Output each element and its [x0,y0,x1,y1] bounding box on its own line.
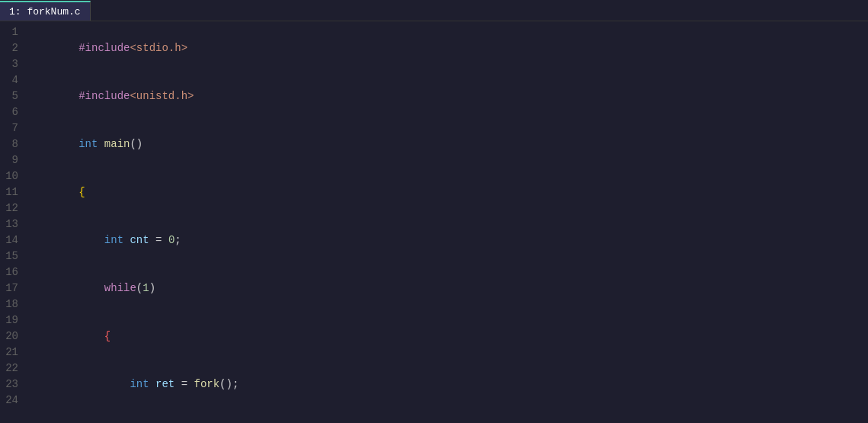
line-num-23: 23 [3,377,18,393]
code-line-4: { [24,168,868,216]
var-ret: ret [155,378,175,390]
header-stdio: <stdio.h> [130,42,187,54]
line-num-24: 24 [3,393,18,409]
line-num-12: 12 [3,200,18,216]
num-1-6: 1 [143,282,149,294]
line-num-16: 16 [3,264,18,280]
main-name: main [104,138,130,150]
line-num-11: 11 [3,184,18,200]
file-tab[interactable]: 1: forkNum.c [0,1,91,21]
include-keyword-1: #include [78,42,130,54]
line-num-22: 22 [3,361,18,377]
code-line-5: int cnt = 0; [24,216,868,264]
code-content[interactable]: #include<stdio.h> #include<unistd.h> int… [24,21,868,423]
int-keyword-3: int [78,138,98,150]
line-num-3: 3 [3,56,18,72]
tab-label: 1: forkNum.c [9,6,81,18]
include-keyword-2: #include [78,90,130,102]
code-line-7: { [24,312,868,361]
while-keyword-6: while [104,282,136,294]
line-num-18: 18 [3,296,18,312]
line-num-17: 17 [3,280,18,296]
code-line-8: int ret = fork(); [24,361,868,409]
editor-container: 1: forkNum.c 1 2 3 4 5 6 7 8 9 10 11 12 … [0,0,868,423]
tab-bar: 1: forkNum.c [0,0,868,21]
code-line-1: #include<stdio.h> [24,24,868,72]
code-line-2: #include<unistd.h> [24,72,868,120]
brace-open-while: { [104,330,111,342]
line-num-6: 6 [3,104,18,120]
line-num-7: 7 [3,120,18,136]
line-num-9: 9 [3,152,18,168]
line-numbers: 1 2 3 4 5 6 7 8 9 10 11 12 13 14 15 16 1… [0,21,24,423]
fork-fn: fork [194,378,220,390]
line-num-20: 20 [3,328,18,344]
code-line-3: int main() [24,120,868,168]
int-keyword-5: int [104,234,123,246]
line-num-4: 4 [3,72,18,88]
line-num-14: 14 [3,232,18,248]
code-line-9: if(ret < 0) [24,409,868,423]
line-num-2: 2 [3,40,18,56]
line-num-19: 19 [3,312,18,328]
header-unistd: <unistd.h> [130,90,194,102]
line-num-5: 5 [3,88,18,104]
line-num-1: 1 [3,24,18,40]
int-keyword-8: int [130,378,149,390]
line-num-21: 21 [3,344,18,361]
line-num-8: 8 [3,136,18,152]
line-num-13: 13 [3,216,18,232]
var-cnt: cnt [130,234,149,246]
main-func [98,138,104,150]
code-line-6: while(1) [24,264,868,312]
line-num-15: 15 [3,248,18,264]
code-area: 1 2 3 4 5 6 7 8 9 10 11 12 13 14 15 16 1… [0,21,868,423]
brace-open-main: { [78,186,85,198]
line-num-10: 10 [3,168,18,184]
